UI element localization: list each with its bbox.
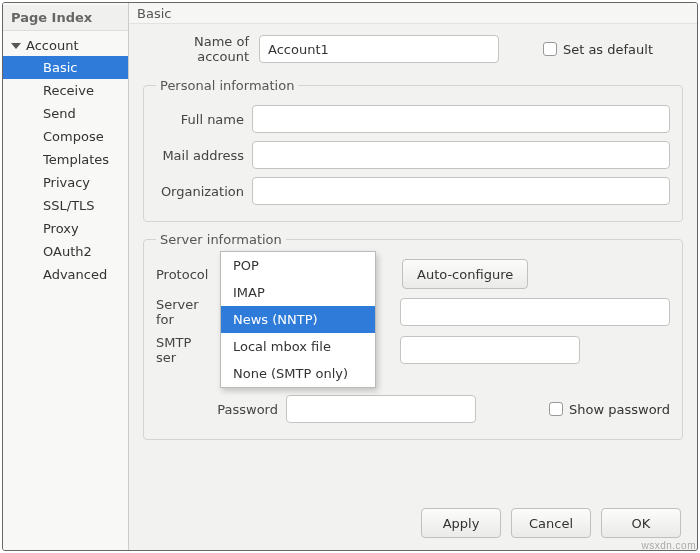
password-input[interactable] (286, 395, 476, 423)
smtp-server-label: SMTP ser (156, 335, 220, 365)
dialog-body: Page Index Account BasicReceiveSendCompo… (3, 3, 697, 550)
sidebar-item-receive[interactable]: Receive (3, 79, 128, 102)
form-body: Name of account Set as default Personal … (129, 24, 697, 498)
account-name-input[interactable] (259, 35, 499, 63)
server-info-group: Server information Protocol Auto-configu… (143, 232, 683, 440)
protocol-option-news-nntp-[interactable]: News (NNTP) (221, 306, 375, 333)
sidebar-item-proxy[interactable]: Proxy (3, 217, 128, 240)
smtp-server-input[interactable] (400, 336, 580, 364)
sidebar-tree: Account BasicReceiveSendComposeTemplates… (3, 31, 128, 286)
sidebar-item-label: Templates (43, 152, 109, 167)
sidebar-item-oauth2[interactable]: OAuth2 (3, 240, 128, 263)
sidebar-root-label: Account (26, 38, 79, 53)
sidebar-item-label: SSL/TLS (43, 198, 95, 213)
sidebar-item-ssl-tls[interactable]: SSL/TLS (3, 194, 128, 217)
mail-address-input[interactable] (252, 141, 670, 169)
show-password-label: Show password (569, 402, 670, 417)
mail-address-label: Mail address (156, 148, 252, 163)
sidebar-item-label: Basic (43, 60, 77, 75)
show-password-checkbox[interactable] (549, 402, 563, 416)
sidebar-item-label: Privacy (43, 175, 90, 190)
organization-input[interactable] (252, 177, 670, 205)
watermark: wsxdn.com (641, 540, 696, 551)
full-name-label: Full name (156, 112, 252, 127)
page-index-sidebar: Page Index Account BasicReceiveSendCompo… (3, 3, 129, 550)
settings-dialog: Page Index Account BasicReceiveSendCompo… (2, 2, 698, 551)
protocol-option-imap[interactable]: IMAP (221, 279, 375, 306)
sidebar-item-label: Advanced (43, 267, 107, 282)
full-name-input[interactable] (252, 105, 670, 133)
ok-button[interactable]: OK (601, 508, 681, 538)
disclosure-triangle-icon (11, 43, 21, 49)
server-info-legend: Server information (156, 232, 286, 247)
set-default-checkbox[interactable] (543, 42, 557, 56)
sidebar-item-compose[interactable]: Compose (3, 125, 128, 148)
apply-button[interactable]: Apply (421, 508, 501, 538)
protocol-option-local-mbox-file[interactable]: Local mbox file (221, 333, 375, 360)
sidebar-item-basic[interactable]: Basic (3, 56, 128, 79)
protocol-label: Protocol (156, 267, 220, 282)
sidebar-item-label: Proxy (43, 221, 79, 236)
sidebar-header: Page Index (3, 5, 128, 31)
organization-label: Organization (156, 184, 252, 199)
account-name-row: Name of account Set as default (143, 34, 683, 64)
sidebar-item-label: Send (43, 106, 76, 121)
set-default-label: Set as default (563, 42, 653, 57)
server-for-label: Server for (156, 297, 220, 327)
cancel-button[interactable]: Cancel (511, 508, 591, 538)
dialog-footer: Apply Cancel OK (129, 498, 697, 550)
panel-title: Basic (129, 3, 697, 24)
sidebar-item-label: OAuth2 (43, 244, 92, 259)
personal-info-group: Personal information Full name Mail addr… (143, 78, 683, 222)
sidebar-item-label: Compose (43, 129, 104, 144)
auto-configure-button[interactable]: Auto-configure (402, 259, 528, 289)
sidebar-item-privacy[interactable]: Privacy (3, 171, 128, 194)
server-for-input[interactable] (400, 298, 670, 326)
account-name-label: Name of account (143, 34, 259, 64)
sidebar-item-templates[interactable]: Templates (3, 148, 128, 171)
sidebar-item-send[interactable]: Send (3, 102, 128, 125)
password-label: Password (156, 402, 286, 417)
protocol-option-pop[interactable]: POP (221, 252, 375, 279)
main-panel: Basic Name of account Set as default Per… (129, 3, 697, 550)
sidebar-item-label: Receive (43, 83, 94, 98)
protocol-option-none-smtp-only-[interactable]: None (SMTP only) (221, 360, 375, 387)
sidebar-root-account[interactable]: Account (3, 35, 128, 56)
sidebar-item-advanced[interactable]: Advanced (3, 263, 128, 286)
personal-info-legend: Personal information (156, 78, 298, 93)
protocol-dropdown-menu[interactable]: POPIMAPNews (NNTP)Local mbox fileNone (S… (220, 251, 376, 388)
password-row: Password Show password (156, 395, 670, 423)
